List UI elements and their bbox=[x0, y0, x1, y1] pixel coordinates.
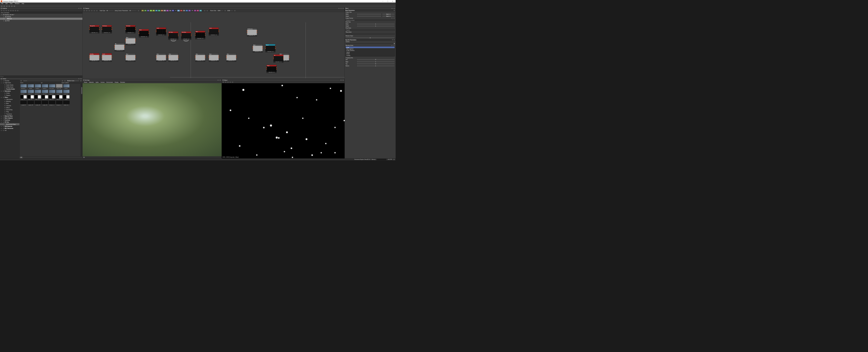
graph-node-chip[interactable]: T2 bbox=[194, 10, 196, 11]
param-icon[interactable] bbox=[391, 18, 393, 19]
library-prev-button[interactable] bbox=[62, 80, 63, 82]
view2d-tool-button[interactable] bbox=[222, 82, 224, 83]
panel-undock-button[interactable] bbox=[340, 79, 342, 81]
graph-node[interactable]: Dirt / Noise2048x2048 - L16 bbox=[168, 32, 178, 40]
graph-node-chip[interactable]: FxM bbox=[161, 10, 163, 11]
graph-node-chip[interactable]: Ch bbox=[144, 10, 147, 11]
library-thumbnail[interactable]: abandon... bbox=[20, 84, 27, 89]
graph-node-chip[interactable]: HSL bbox=[172, 10, 174, 11]
view3d-menu-lights[interactable]: Lights bbox=[95, 82, 99, 83]
library-header-url[interactable]: Url bbox=[40, 82, 61, 84]
graph-button[interactable] bbox=[96, 10, 98, 11]
graph-node-chip[interactable]: DId bbox=[155, 10, 158, 11]
library-thumbnail[interactable]: urban_es... bbox=[63, 101, 70, 105]
library-category-item[interactable]: ▸Generators bbox=[0, 90, 20, 92]
library-thumbnail[interactable]: Soft_1Fr... bbox=[27, 95, 34, 100]
param-px-height-field[interactable]: 1 bbox=[356, 25, 395, 27]
library-thumbnail[interactable]: cave_ent... bbox=[56, 84, 63, 89]
graph-node[interactable]: Blend2048x2048 - L16 bbox=[139, 29, 149, 38]
graph-node-chip[interactable]: G/O bbox=[163, 10, 166, 11]
param-icon[interactable] bbox=[393, 45, 395, 46]
graph-node-chip[interactable]: Tc bbox=[188, 10, 191, 11]
library-view-button[interactable] bbox=[80, 80, 82, 82]
graph-node-chip[interactable]: CS bbox=[147, 10, 149, 11]
graph-clear-button[interactable] bbox=[137, 10, 139, 11]
explorer-tool-button[interactable] bbox=[3, 10, 5, 11]
library-search-input[interactable] bbox=[23, 80, 61, 82]
graph-button[interactable] bbox=[86, 10, 88, 11]
toolbar-save-button[interactable] bbox=[6, 5, 8, 7]
library-thumbnail[interactable]: studio bbox=[63, 95, 70, 100]
graph-node[interactable]: Blend2048x2048 - L16 bbox=[126, 37, 135, 45]
graph-node[interactable]: Perlin Noise2048x2048 - L16 bbox=[181, 32, 191, 40]
mini-tab[interactable]: T bbox=[1, 76, 1, 77]
status-button[interactable] bbox=[393, 159, 395, 160]
explorer-tool-button-2[interactable] bbox=[5, 10, 7, 11]
library-category-item[interactable]: ▸3D View bbox=[0, 121, 20, 123]
graph-node-chip[interactable]: DB bbox=[152, 10, 155, 11]
library-thumbnail[interactable]: bonifaci... bbox=[35, 84, 41, 89]
library-thumbnail[interactable]: airport bbox=[27, 84, 34, 89]
library-thumbnail[interactable]: Gdansk_... bbox=[27, 90, 34, 95]
param-left-field[interactable]: 0 bbox=[356, 59, 395, 60]
panel-undock-button[interactable] bbox=[78, 78, 80, 79]
library-thumbnail[interactable]: road_in_t... bbox=[56, 90, 63, 95]
view3d-menu-renderer[interactable]: Renderer bbox=[120, 82, 126, 83]
menu-help[interactable]: Help bbox=[21, 3, 25, 4]
graph-node[interactable]: Blend2048x2048 - L16 bbox=[195, 31, 205, 39]
panel-menu-button[interactable] bbox=[338, 8, 340, 9]
mini-tab[interactable]: J bbox=[2, 76, 3, 77]
panel-undock-button[interactable] bbox=[340, 8, 342, 9]
library-category-item[interactable]: ▸MDL Resources bbox=[0, 127, 20, 129]
graph-node-chip[interactable]: Px bbox=[180, 10, 183, 11]
explorer-tool-button-7[interactable] bbox=[17, 10, 19, 11]
library-thumbnail[interactable]: industria... bbox=[42, 90, 48, 95]
library-tab-2d[interactable]: 2D bbox=[20, 157, 23, 158]
panel-undock-button[interactable] bbox=[391, 8, 393, 9]
graph-node-chip[interactable]: Cu bbox=[150, 10, 152, 11]
graph-param-mode-select[interactable]: All bbox=[129, 10, 137, 11]
library-category-item[interactable]: Effects bbox=[0, 107, 20, 109]
graph-node-type-select[interactable]: All bbox=[106, 10, 114, 11]
library-thumbnail[interactable]: conica... bbox=[63, 84, 70, 89]
graph-node[interactable]: Dry Dirt2048x2048 - L16 bbox=[102, 53, 112, 62]
library-filter-button[interactable] bbox=[20, 80, 22, 82]
graph-canvas[interactable]: Managed Dirt2048x2048 - L16Dirt Variatio… bbox=[83, 12, 344, 79]
graph-node[interactable]: Levels2048x2048 - L16 bbox=[209, 28, 219, 36]
explorer-item[interactable]: ▸Stick bbox=[0, 20, 83, 22]
graph-node-chip[interactable]: Em bbox=[158, 10, 160, 11]
section-icon[interactable] bbox=[392, 39, 393, 40]
library-thumbnail[interactable]: bus_gara... bbox=[49, 84, 55, 89]
toolbar-redo-button[interactable] bbox=[13, 5, 16, 7]
graph-node-chip[interactable]: Tx bbox=[191, 10, 193, 11]
library-category-item[interactable]: Noises bbox=[0, 92, 20, 94]
library-thumbnail[interactable]: studio 02 bbox=[20, 101, 27, 105]
graph-node[interactable]: Out2048x2048 - L16 bbox=[274, 55, 283, 63]
panel-close-button[interactable] bbox=[342, 79, 344, 81]
library-category-item[interactable]: Atomic Nodes bbox=[0, 84, 20, 86]
graph-link-button[interactable] bbox=[83, 10, 85, 11]
explorer-item[interactable]: ▸Swamp bbox=[0, 15, 83, 18]
graph-node[interactable]: Managed Dirt2048x2048 - L16 bbox=[90, 25, 99, 34]
explorer-tool-button-3[interactable] bbox=[7, 10, 9, 11]
toolbar-open-button[interactable] bbox=[3, 5, 5, 7]
section-specific-parameters[interactable]: Specific Parameters bbox=[345, 39, 396, 41]
library-category-item[interactable]: Tiling bbox=[0, 111, 20, 113]
library-thumbnail[interactable]: elevator_... bbox=[20, 90, 27, 95]
menu-file[interactable]: File bbox=[0, 3, 4, 4]
graph-node-chip[interactable]: Bl bbox=[141, 10, 144, 11]
menu-windows[interactable]: Windows bbox=[14, 3, 21, 4]
explorer-item[interactable]: ▾Swamp_mat.sbs * bbox=[0, 13, 83, 15]
graph-node-chip[interactable]: Sd bbox=[183, 10, 185, 11]
param-bottom-field[interactable]: 1 bbox=[356, 65, 395, 67]
graph-node[interactable]: Dry Sample2048x2048 - L16 bbox=[126, 25, 135, 34]
graph-node[interactable]: Adj2048x2048 - L16 bbox=[115, 43, 124, 51]
graph-node-chip[interactable]: Lv bbox=[175, 10, 177, 11]
window-minimize-button[interactable]: — bbox=[380, 0, 385, 2]
param-tiling-mode-value[interactable] bbox=[346, 33, 395, 35]
graph-node[interactable]: Blend2048x2048 - L16 bbox=[126, 53, 135, 62]
view2d-tool-button[interactable] bbox=[225, 82, 226, 83]
view3d-menu-environment[interactable]: Environment bbox=[106, 82, 114, 83]
explorer-tool-button-5[interactable] bbox=[12, 10, 14, 11]
panel-close-button[interactable] bbox=[80, 8, 82, 9]
